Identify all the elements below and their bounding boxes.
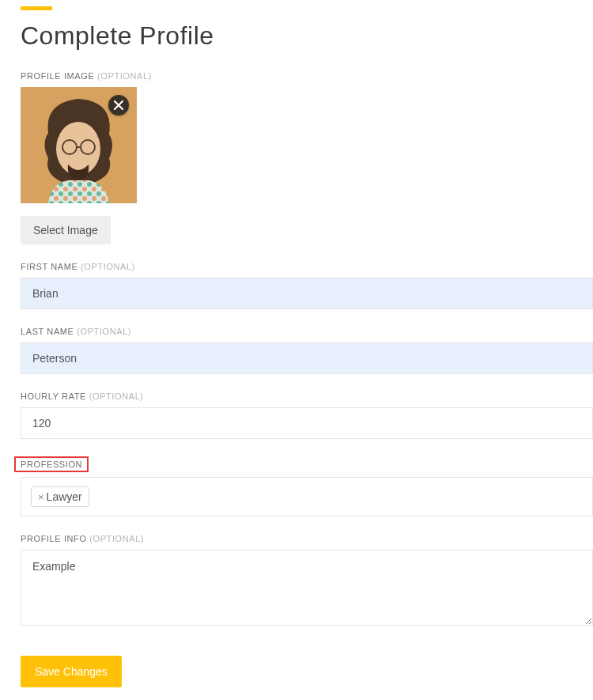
profession-input[interactable]: ×Lawyer: [21, 477, 593, 516]
close-icon: [114, 100, 123, 110]
select-image-button[interactable]: Select Image: [21, 216, 111, 244]
tag-label: Lawyer: [47, 490, 82, 503]
tag-remove-icon[interactable]: ×: [38, 491, 44, 503]
optional-suffix: (OPTIONAL): [77, 327, 131, 336]
optional-suffix: (OPTIONAL): [89, 534, 144, 543]
last-name-label: LAST NAME (OPTIONAL): [21, 327, 593, 336]
first-name-label: FIRST NAME (OPTIONAL): [21, 262, 593, 271]
profile-image-container: [21, 87, 137, 203]
optional-suffix: (OPTIONAL): [89, 392, 144, 401]
hourly-rate-input[interactable]: [21, 407, 593, 439]
profession-label: PROFESSION: [21, 460, 82, 469]
first-name-input[interactable]: [21, 278, 593, 309]
hourly-rate-section: HOURLY RATE (OPTIONAL): [21, 392, 593, 439]
profile-image-label: PROFILE IMAGE (OPTIONAL): [21, 71, 593, 81]
profile-info-section: PROFILE INFO (OPTIONAL): [21, 534, 593, 629]
last-name-input[interactable]: [21, 342, 593, 374]
label-text: HOURLY RATE: [21, 392, 86, 401]
last-name-section: LAST NAME (OPTIONAL): [21, 327, 593, 374]
optional-suffix: (OPTIONAL): [81, 262, 135, 271]
label-text: LAST NAME: [21, 327, 74, 336]
profession-tag: ×Lawyer: [31, 486, 89, 507]
hourly-rate-label: HOURLY RATE (OPTIONAL): [21, 392, 593, 401]
profile-image-section: PROFILE IMAGE (OPTIONAL): [21, 71, 593, 244]
profile-info-label: PROFILE INFO (OPTIONAL): [21, 534, 593, 543]
first-name-section: FIRST NAME (OPTIONAL): [21, 262, 593, 309]
page-title: Complete Profile: [21, 21, 593, 51]
label-text: PROFESSION: [21, 460, 82, 469]
label-text: PROFILE IMAGE: [21, 71, 94, 81]
save-changes-button[interactable]: Save Changes: [21, 656, 122, 687]
remove-image-button[interactable]: [108, 95, 129, 115]
profile-info-textarea[interactable]: [21, 550, 593, 626]
label-text: PROFILE INFO: [21, 534, 87, 543]
optional-suffix: (OPTIONAL): [97, 71, 152, 81]
accent-bar: [21, 6, 52, 10]
profession-label-highlight: PROFESSION: [14, 456, 89, 472]
label-text: FIRST NAME: [21, 262, 77, 271]
profession-section: PROFESSION ×Lawyer: [21, 456, 593, 516]
